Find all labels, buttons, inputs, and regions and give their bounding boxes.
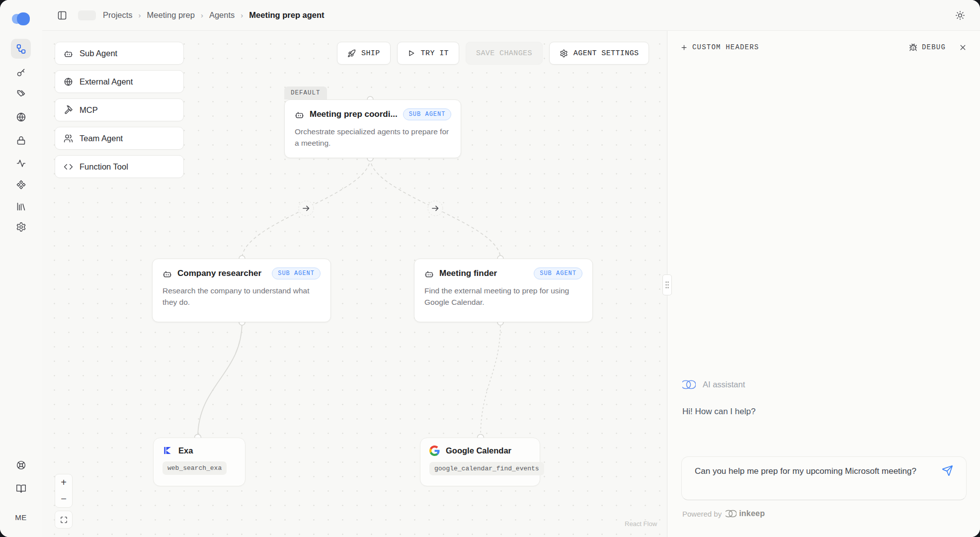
inkeep-mark-icon [726, 510, 736, 518]
breadcrumb-agents[interactable]: Agents [209, 10, 235, 20]
zoom-controls: + − [55, 474, 73, 529]
gear-icon [560, 49, 568, 58]
docs-book-icon[interactable] [11, 478, 31, 498]
assistant-name: AI assistant [703, 380, 745, 389]
breadcrumb-separator: › [201, 11, 203, 19]
assistant-header: AI assistant [682, 380, 745, 389]
palette-external-agent[interactable]: External Agent [55, 70, 184, 93]
globe-icon [64, 77, 73, 87]
tool-title: Google Calendar [446, 446, 511, 455]
nav-tags-icon[interactable] [11, 84, 31, 103]
chat-panel-header: CUSTOM HEADERS DEBUG [667, 31, 980, 64]
hammer-icon [64, 105, 73, 115]
nav-library-icon[interactable] [11, 196, 31, 216]
node-title: Meeting prep coordi... [310, 109, 398, 119]
inkeep-assistant-icon [682, 380, 696, 389]
palette-sub-agent[interactable]: Sub Agent [55, 42, 184, 65]
breadcrumb-separator: › [241, 11, 243, 19]
plus-icon [680, 44, 688, 51]
save-changes-button[interactable]: SAVE CHANGES [466, 42, 543, 65]
custom-headers-button[interactable]: CUSTOM HEADERS [680, 43, 759, 51]
powered-by[interactable]: Powered by inkeep [682, 509, 765, 518]
palette-item-label: Team Agent [80, 134, 123, 143]
sub-agent-badge: SUB AGENT [403, 108, 452, 120]
try-it-button[interactable]: TRY IT [397, 42, 459, 65]
nav-lock-icon[interactable] [11, 130, 31, 150]
nav-graph-icon[interactable] [11, 39, 31, 59]
close-icon[interactable] [959, 43, 967, 52]
users-icon [64, 134, 73, 143]
save-changes-label: SAVE CHANGES [476, 49, 532, 58]
theme-toggle-sun-icon[interactable] [955, 10, 965, 20]
agent-settings-button[interactable]: AGENT SETTINGS [549, 42, 650, 65]
chat-panel: CUSTOM HEADERS DEBUG AI assistant Hi! Ho… [667, 31, 980, 537]
tool-id-chip: google_calendar_find_events [429, 462, 544, 475]
custom-headers-label: CUSTOM HEADERS [692, 43, 759, 51]
bug-icon [909, 43, 917, 52]
zoom-in-button[interactable]: + [55, 474, 72, 491]
bot-icon [163, 269, 172, 278]
tool-id-chip: web_search_exa [163, 461, 227, 475]
assistant-greeting: Hi! How can I help? [682, 407, 755, 417]
palette-item-label: Sub Agent [80, 49, 117, 58]
breadcrumb: Projects › Meeting prep › Agents › Meeti… [103, 10, 325, 20]
exa-logo [163, 446, 172, 455]
panel-resize-handle[interactable] [662, 274, 672, 295]
ship-button[interactable]: SHIP [337, 42, 391, 65]
sub-agent-badge: SUB AGENT [272, 268, 321, 279]
edge-arrow-marker [299, 201, 314, 216]
send-icon[interactable] [942, 465, 953, 476]
breadcrumb-separator: › [139, 11, 141, 19]
node-google-calendar-tool[interactable]: Google Calendar google_calendar_find_eve… [420, 438, 540, 486]
rocket-icon [347, 49, 356, 58]
nav-activity-icon[interactable] [11, 153, 31, 173]
palette-mcp[interactable]: MCP [55, 98, 184, 121]
agent-settings-label: AGENT SETTINGS [573, 49, 639, 58]
nav-components-icon[interactable] [11, 175, 31, 194]
breadcrumb-meeting-prep[interactable]: Meeting prep [147, 10, 195, 20]
powered-by-label: Powered by [682, 510, 722, 518]
bot-icon [64, 49, 73, 58]
flow-canvas[interactable]: Sub Agent External Agent MCP Team Agent … [42, 31, 666, 537]
bot-icon [295, 110, 304, 119]
node-meeting-prep-coordinator[interactable]: Meeting prep coordi... SUB AGENT Orchest… [284, 99, 461, 158]
inkeep-logo[interactable] [12, 12, 30, 25]
user-avatar[interactable]: ME [11, 507, 31, 527]
chat-input[interactable]: Can you help me prep for my upcoming Mic… [695, 465, 931, 478]
palette-item-label: External Agent [80, 77, 133, 87]
try-it-label: TRY IT [421, 49, 449, 58]
breadcrumb-projects[interactable]: Projects [103, 10, 133, 20]
node-company-researcher[interactable]: Company researcher SUB AGENT Research th… [152, 259, 331, 322]
ship-label: SHIP [361, 49, 380, 58]
edge-arrow-marker [428, 201, 443, 216]
breadcrumb-current: Meeting prep agent [249, 10, 324, 20]
chat-input-card: Can you help me prep for my upcoming Mic… [681, 456, 967, 500]
fit-view-button[interactable] [55, 511, 73, 529]
inkeep-brand-label: inkeep [739, 509, 765, 518]
zoom-out-button[interactable]: − [55, 491, 72, 507]
debug-label: DEBUG [922, 43, 946, 51]
debug-button[interactable]: DEBUG [909, 43, 946, 52]
top-bar: Projects › Meeting prep › Agents › Meeti… [42, 0, 980, 31]
canvas-toolbar: SHIP TRY IT SAVE CHANGES AGENT SETTINGS [337, 42, 649, 65]
nav-key-icon[interactable] [11, 62, 31, 82]
nav-settings-icon[interactable] [11, 217, 31, 237]
sub-agent-badge: SUB AGENT [534, 268, 582, 279]
node-meeting-finder[interactable]: Meeting finder SUB AGENT Find the extern… [414, 259, 593, 322]
palette-function-tool[interactable]: Function Tool [55, 155, 184, 178]
node-palette: Sub Agent External Agent MCP Team Agent … [55, 42, 184, 178]
node-exa-tool[interactable]: Exa web_search_exa [153, 438, 245, 486]
play-icon [408, 49, 415, 57]
node-title: Meeting finder [439, 268, 497, 278]
node-description: Find the external meeting to prep for us… [424, 285, 582, 308]
palette-team-agent[interactable]: Team Agent [55, 127, 184, 150]
google-logo [429, 446, 440, 456]
panel-toggle-icon[interactable] [57, 10, 67, 20]
node-description: Orchestrate specialized agents to prepar… [295, 126, 451, 149]
app-window: ME Projects › Meeting prep › Agents › Me… [0, 0, 980, 537]
help-lifebuoy-icon[interactable] [11, 455, 31, 475]
node-title: Company researcher [177, 268, 261, 278]
left-rail: ME [0, 0, 42, 537]
nav-globe-icon[interactable] [11, 107, 31, 127]
react-flow-attribution[interactable]: React Flow [625, 520, 657, 528]
